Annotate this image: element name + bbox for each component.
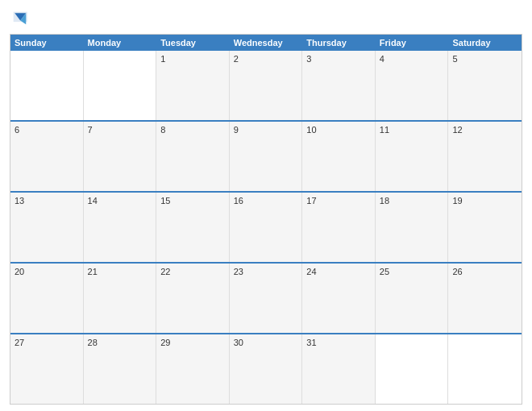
day-cell: 23 [230, 264, 303, 333]
weeks-container: 1234567891011121314151617181920212223242… [10, 51, 522, 404]
day-cell: 1 [156, 51, 230, 120]
day-cell: 16 [230, 193, 303, 262]
day-cell [448, 334, 522, 404]
day-number: 25 [380, 267, 444, 276]
day-cell: 11 [376, 122, 449, 191]
day-cell: 24 [302, 264, 376, 333]
day-cell: 30 [230, 334, 303, 404]
day-number: 18 [380, 196, 444, 206]
day-header-sunday: Sunday [10, 35, 84, 51]
day-number: 4 [380, 54, 444, 64]
day-number: 9 [234, 125, 298, 135]
day-number: 6 [15, 125, 79, 135]
day-number: 16 [234, 196, 298, 206]
day-number: 31 [306, 338, 371, 347]
day-cell: 5 [448, 51, 522, 120]
day-number: 1 [160, 54, 225, 64]
day-number: 12 [452, 125, 517, 135]
day-number: 27 [15, 338, 79, 347]
day-cell: 26 [448, 264, 522, 333]
day-cell: 25 [376, 264, 449, 333]
day-number: 19 [452, 196, 517, 206]
day-cell: 18 [376, 193, 449, 262]
day-cell: 13 [10, 193, 84, 262]
day-header-saturday: Saturday [448, 35, 522, 51]
day-cell: 14 [84, 193, 157, 262]
day-number: 7 [88, 125, 152, 135]
day-number: 29 [160, 338, 225, 347]
header [10, 8, 522, 31]
day-number: 20 [15, 267, 79, 276]
day-cell: 15 [156, 193, 230, 262]
day-number: 10 [306, 125, 371, 135]
day-header-friday: Friday [376, 35, 449, 51]
day-headers-row: SundayMondayTuesdayWednesdayThursdayFrid… [10, 35, 522, 51]
week-row-1: 6789101112 [10, 120, 522, 191]
day-number: 3 [306, 54, 371, 64]
day-cell: 27 [10, 334, 84, 404]
day-number: 26 [452, 267, 517, 276]
day-cell: 10 [302, 122, 376, 191]
day-cell: 3 [302, 51, 376, 120]
page: SundayMondayTuesdayWednesdayThursdayFrid… [0, 0, 532, 411]
week-row-3: 20212223242526 [10, 262, 522, 333]
day-number: 5 [452, 54, 517, 64]
logo [10, 8, 35, 31]
day-cell: 20 [10, 264, 84, 333]
day-cell: 31 [302, 334, 376, 404]
day-header-monday: Monday [84, 35, 157, 51]
day-cell [376, 334, 449, 404]
day-cell: 2 [230, 51, 303, 120]
day-number: 28 [88, 338, 152, 347]
day-number: 2 [234, 54, 298, 64]
day-cell [84, 51, 157, 120]
day-cell: 12 [448, 122, 522, 191]
day-cell: 7 [84, 122, 157, 191]
day-number: 8 [160, 125, 225, 135]
day-header-tuesday: Tuesday [156, 35, 230, 51]
generalblue-logo-icon [10, 8, 32, 31]
day-header-thursday: Thursday [302, 35, 376, 51]
week-row-0: 12345 [10, 51, 522, 120]
day-number: 15 [160, 196, 225, 206]
day-cell: 6 [10, 122, 84, 191]
day-number: 13 [15, 196, 79, 206]
day-number: 21 [88, 267, 152, 276]
day-cell: 8 [156, 122, 230, 191]
day-cell: 17 [302, 193, 376, 262]
week-row-2: 13141516171819 [10, 191, 522, 262]
day-cell [10, 51, 84, 120]
day-number: 11 [380, 125, 444, 135]
day-header-wednesday: Wednesday [230, 35, 303, 51]
day-number: 22 [160, 267, 225, 276]
day-number: 30 [234, 338, 298, 347]
day-cell: 22 [156, 264, 230, 333]
day-number: 23 [234, 267, 298, 276]
day-number: 14 [88, 196, 152, 206]
day-number: 24 [306, 267, 371, 276]
day-cell: 19 [448, 193, 522, 262]
day-cell: 29 [156, 334, 230, 404]
day-cell: 9 [230, 122, 303, 191]
calendar: SundayMondayTuesdayWednesdayThursdayFrid… [10, 34, 522, 405]
day-cell: 21 [84, 264, 157, 333]
day-cell: 28 [84, 334, 157, 404]
day-cell: 4 [376, 51, 449, 120]
week-row-4: 2728293031 [10, 333, 522, 404]
day-number: 17 [306, 196, 371, 206]
